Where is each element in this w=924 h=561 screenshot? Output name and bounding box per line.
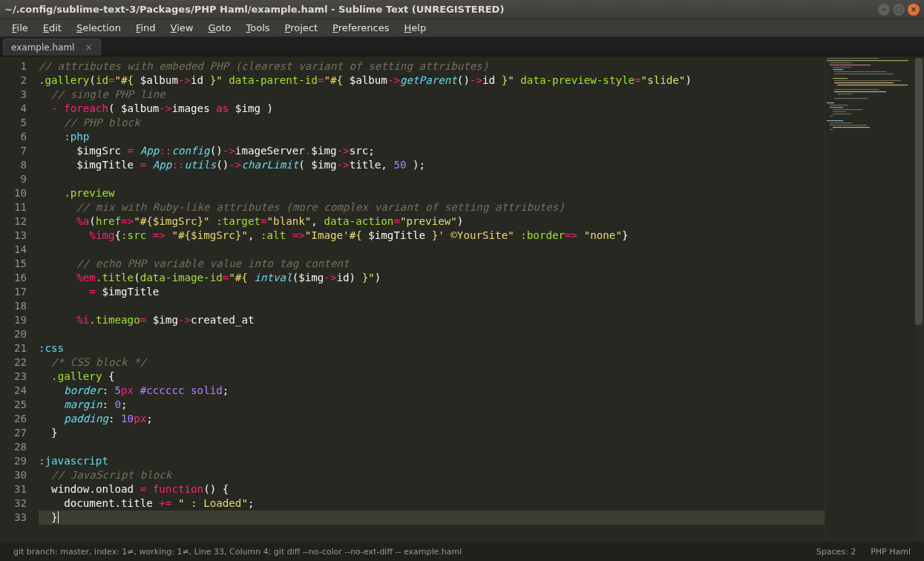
scrollbar-thumb[interactable]	[915, 58, 923, 325]
code-line[interactable]: %img{:src => "#{$imgSrc}", :alt =>"Image…	[39, 229, 825, 243]
line-number: 2	[4, 73, 27, 88]
code-line[interactable]: border: 5px #cccccc solid;	[39, 384, 825, 398]
code-line[interactable]: $imgTitle = App::utils()->charLimit( $im…	[39, 158, 825, 172]
status-spaces[interactable]: Spaces: 2	[809, 547, 863, 557]
code-line[interactable]: }	[39, 511, 825, 525]
svg-rect-18	[830, 107, 843, 108]
line-number: 11	[4, 200, 27, 214]
svg-rect-16	[827, 102, 834, 103]
menu-tools[interactable]: Tools	[239, 21, 278, 35]
line-number-gutter: 1234567891011121314151617181920212223242…	[0, 56, 36, 542]
svg-rect-24	[830, 122, 852, 123]
svg-rect-2	[830, 62, 852, 63]
code-line[interactable]: // JavaScript block	[39, 468, 825, 482]
code-content[interactable]: // attributes with embeded PHP (clearest…	[36, 56, 825, 542]
line-number: 1	[4, 59, 27, 73]
code-line[interactable]: $imgSrc = App::config()->imageServer.$im…	[39, 144, 825, 158]
code-line[interactable]: window.onload = function() {	[39, 482, 825, 496]
line-number: 24	[4, 384, 27, 398]
editor-area[interactable]: 1234567891011121314151617181920212223242…	[0, 56, 924, 542]
line-number: 30	[4, 468, 27, 482]
svg-rect-11	[837, 85, 908, 85]
menu-selection[interactable]: Selection	[69, 21, 128, 35]
code-line[interactable]: }	[39, 426, 825, 440]
line-number: 22	[4, 355, 27, 370]
line-number: 18	[4, 299, 27, 313]
code-line[interactable]: - foreach( $album->images as $img )	[39, 102, 825, 116]
maximize-button[interactable]: ▢	[893, 4, 905, 16]
svg-rect-21	[833, 114, 851, 114]
svg-rect-13	[834, 91, 886, 92]
menu-view[interactable]: View	[163, 21, 201, 35]
line-number: 28	[4, 440, 27, 454]
code-line[interactable]: :php	[39, 130, 825, 144]
svg-rect-6	[834, 71, 886, 72]
code-line[interactable]: document.title += " : Loaded";	[39, 496, 825, 511]
code-line[interactable]: = $imgTitle	[39, 285, 825, 299]
svg-rect-12	[834, 89, 879, 90]
svg-rect-3	[830, 65, 871, 65]
minimize-button[interactable]: –	[878, 4, 890, 16]
code-line[interactable]: margin: 0;	[39, 398, 825, 412]
code-line[interactable]: :css	[39, 341, 825, 355]
svg-rect-25	[830, 125, 867, 125]
line-number: 13	[4, 229, 27, 243]
tab-example-haml[interactable]: example.haml ×	[3, 39, 101, 56]
svg-rect-26	[833, 127, 870, 128]
tab-bar: example.haml ×	[0, 37, 924, 56]
vertical-scrollbar[interactable]	[914, 56, 924, 542]
line-number: 17	[4, 285, 27, 299]
svg-rect-8	[833, 78, 848, 79]
menu-preferences[interactable]: Preferences	[325, 21, 396, 35]
line-number: 20	[4, 327, 27, 341]
line-number: 26	[4, 412, 27, 426]
minimap[interactable]	[825, 56, 914, 542]
close-button[interactable]: ×	[908, 4, 920, 16]
line-number: 32	[4, 496, 27, 511]
code-line[interactable]: // echo PHP variable value into tag cont…	[39, 257, 825, 271]
code-line[interactable]: padding: 10px;	[39, 412, 825, 426]
svg-rect-1	[827, 60, 908, 61]
svg-rect-0	[827, 58, 879, 59]
code-line[interactable]: // single PHP line	[39, 88, 825, 102]
code-line[interactable]	[39, 243, 825, 257]
line-number: 31	[4, 482, 27, 496]
line-number: 12	[4, 214, 27, 229]
line-number: 10	[4, 186, 27, 200]
code-line[interactable]: // PHP block	[39, 116, 825, 130]
menu-file[interactable]: File	[4, 21, 36, 35]
code-line[interactable]: // attributes with embeded PHP (clearest…	[39, 59, 825, 73]
code-line[interactable]	[39, 299, 825, 313]
line-number: 27	[4, 426, 27, 440]
status-syntax[interactable]: PHP Haml	[863, 547, 918, 557]
svg-rect-4	[833, 67, 851, 68]
line-number: 29	[4, 454, 27, 468]
menu-edit[interactable]: Edit	[36, 21, 69, 35]
code-line[interactable]: %i.timeago= $img->created_at	[39, 313, 825, 327]
window-titlebar: ~/.config/sublime-text-3/Packages/PHP Ha…	[0, 0, 924, 19]
code-line[interactable]: .preview	[39, 186, 825, 200]
menu-find[interactable]: Find	[128, 21, 163, 35]
code-line[interactable]	[39, 440, 825, 454]
menu-goto[interactable]: Goto	[200, 21, 238, 35]
line-number: 7	[4, 144, 27, 158]
tab-close-icon[interactable]: ×	[85, 42, 92, 53]
line-number: 23	[4, 370, 27, 384]
svg-rect-22	[830, 116, 833, 117]
menu-help[interactable]: Help	[397, 21, 434, 35]
svg-rect-27	[830, 129, 833, 130]
svg-rect-5	[833, 69, 843, 70]
code-line[interactable]: %a(href=>"#{$imgSrc}" :target="blank", d…	[39, 214, 825, 229]
code-line[interactable]: .gallery {	[39, 370, 825, 384]
code-line[interactable]: // mix with Ruby-like attributes (more c…	[39, 200, 825, 214]
code-line[interactable]	[39, 172, 825, 186]
menu-bar: FileEditSelectionFindViewGotoToolsProjec…	[0, 19, 924, 37]
window-title: ~/.config/sublime-text-3/Packages/PHP Ha…	[4, 4, 878, 15]
code-line[interactable]: /* CSS block */	[39, 355, 825, 370]
code-line[interactable]: .gallery(id="#{ $album->id }" data-paren…	[39, 73, 825, 88]
code-line[interactable]	[39, 327, 825, 341]
svg-rect-23	[827, 120, 843, 121]
menu-project[interactable]: Project	[278, 21, 326, 35]
code-line[interactable]: :javascript	[39, 454, 825, 468]
code-line[interactable]: %em.title(data-image-id="#{ intval($img-…	[39, 271, 825, 285]
